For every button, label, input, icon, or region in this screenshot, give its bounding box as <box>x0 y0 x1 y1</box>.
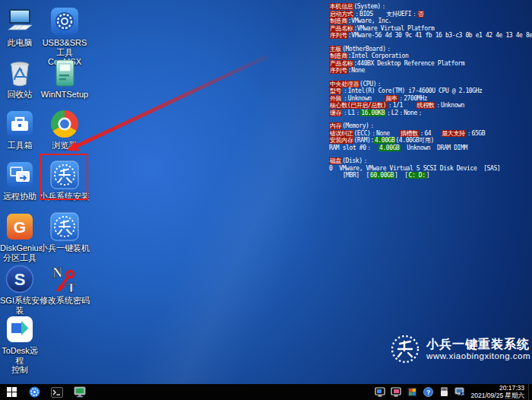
desktop-icon-diskgenius[interactable]: GDiskGenius 分区工具 <box>0 211 40 262</box>
info-segment-label: 错误纠正 <box>329 130 353 137</box>
info-segment-plain: :None <box>348 67 365 74</box>
tray-pc-icon <box>454 387 465 397</box>
desktop-icon-this-pc[interactable]: 此电脑 <box>0 6 40 48</box>
info-segment-label: 频率 <box>385 95 397 102</box>
winntsetup-icon <box>49 58 80 88</box>
info-segment-plain <box>403 102 416 109</box>
sgi-install-icon: S <box>5 264 35 294</box>
tray-monitor-pink-button[interactable] <box>390 384 403 400</box>
toolbox-icon <box>5 109 35 139</box>
desktop-icon-sgi-install[interactable]: SSGI系统安装 <box>0 264 40 315</box>
info-segment-plain: ：65GB <box>466 130 485 137</box>
system-info-line: [MBR] [60.00GB] [C: D:] <box>329 172 531 179</box>
taskbar-button-xiaobing-gear[interactable] <box>23 384 46 400</box>
start-button[interactable] <box>0 384 23 400</box>
system-info-line: 序列号:None <box>329 67 531 75</box>
tray-display-button[interactable] <box>406 384 419 400</box>
tray-monitor-blue-icon <box>375 387 385 397</box>
info-segment-label: 本机信息 <box>329 3 353 10</box>
info-segment-label: 外频 <box>329 95 342 102</box>
info-segment-plain: (MotherBoard)： <box>342 46 391 52</box>
info-segment-plain: ：Unknown <box>342 95 372 102</box>
info-segment-label: 中央处理器 <box>329 81 359 87</box>
desktop-icon-toolbox[interactable]: 工具箱 <box>0 109 40 151</box>
system-info-line: 0 VMware, VMware Virtual S SCSI Disk Dev… <box>329 165 531 173</box>
highlight-box <box>40 154 88 200</box>
usb-srs-tool-icon <box>49 6 80 37</box>
watermark-title: 小兵一键重装系统 <box>426 338 530 351</box>
taskbar-button-pe-network[interactable] <box>68 384 91 400</box>
info-segment-label: 主板 <box>329 46 342 52</box>
tray-pc-button[interactable] <box>454 384 467 400</box>
desktop-icon-label: WinNTSetup <box>40 90 90 100</box>
system-info-line: 序列号:VMware-56 4d 30 9c 41 fb 16 b3-c3 0b… <box>329 32 531 40</box>
diskgenius-icon: G <box>5 211 35 242</box>
svg-text:N: N <box>52 265 62 281</box>
info-segment-plain <box>373 11 387 17</box>
info-segment-red: 否 <box>417 11 425 17</box>
info-segment-plain: (CPU)： <box>359 81 382 87</box>
desktop-icon-label: DiskGenius 分区工具 <box>0 243 40 262</box>
info-segment-label: 产品名称 <box>329 25 353 32</box>
desktop-icon-winntsetup[interactable]: WinNTSetup <box>40 58 90 100</box>
tray-help-button[interactable]: ? <box>422 384 435 400</box>
tray-usb-button[interactable] <box>438 384 451 400</box>
desktop: 此电脑USB3&SRS 工具CeoMSX回收站WinNTSetup工具箱浏览器远… <box>0 0 532 400</box>
system-info-section: 本机信息(System)：启动方式：BIOS 支持UEFI：否制造商:VMwar… <box>329 3 531 40</box>
system-tray: ? <box>374 384 467 400</box>
info-segment-label: 安装内存 <box>329 137 353 144</box>
svg-text:G: G <box>14 218 26 236</box>
taskbar-clock[interactable]: 20:17:33 2021/09/25 星期六 <box>471 385 528 399</box>
info-segment-plain: ：Intel(R) Core(TM) i7-4600U CPU @ 2.10GH… <box>342 87 482 94</box>
xiaobing-logo-icon <box>388 332 422 366</box>
system-info-line: RAM slot #0： 4.00GB Unknown DRAM DIMM <box>329 144 531 152</box>
desktop-icon-todesk[interactable]: ToDesk远程 控制 <box>0 314 40 375</box>
tray-help-icon: ? <box>423 387 433 397</box>
desktop-icon-label: 此电脑 <box>0 38 40 48</box>
info-segment-label: 序列号 <box>329 32 348 39</box>
system-info-line: 内存(Memory)： <box>329 122 531 130</box>
info-segment-plain: (Disk)： <box>342 157 368 164</box>
taskbar-button-cmd[interactable] <box>46 384 68 400</box>
show-desktop-button[interactable] <box>528 384 532 400</box>
info-segment-green: 4.00GB <box>374 137 396 144</box>
info-segment-plain: :Intel Corporation <box>348 52 409 59</box>
tray-monitor-blue-button[interactable] <box>374 384 387 400</box>
info-segment-plain: ：2700MHz <box>398 95 428 102</box>
change-password-icon: NT <box>49 264 80 294</box>
system-info-section: 中央处理器(CPU)：型号：Intel(R) Core(TM) i7-4600U… <box>329 81 531 117</box>
desktop-icon-remote-assist[interactable]: 远程协助 <box>0 160 40 202</box>
desktop-icon-label: ToDesk远程 控制 <box>0 346 40 375</box>
info-segment-plain: (System)： <box>353 3 386 10</box>
info-segment-green: 60.00GB <box>369 172 394 179</box>
windows-logo-icon <box>7 387 17 397</box>
info-segment-plain <box>431 130 441 137</box>
info-segment-plain: ] [ <box>394 172 408 179</box>
info-segment-plain: (Memory)： <box>342 122 375 129</box>
info-segment-plain: ；L2：None； <box>385 110 423 116</box>
desktop-icon-label: 回收站 <box>0 90 40 100</box>
info-segment-label: 产品名称 <box>329 60 353 67</box>
tray-display-icon <box>407 387 417 397</box>
system-info-line: 磁盘(Disk)： <box>329 157 531 165</box>
info-segment-plain: :VMware-56 4d 30 9c 41 fb 16 b3-c3 0b e1… <box>348 32 532 39</box>
tray-monitor-pink-icon <box>391 387 401 397</box>
info-segment-label: 制造商 <box>329 17 348 24</box>
system-info-line: 制造商:Intel Corporation <box>329 52 531 60</box>
desktop-icon-label: 浏览器 <box>40 141 90 151</box>
desktop-icon-xiaobing-onekey[interactable]: 小兵一键装机 <box>40 211 90 253</box>
info-segment-plain: ：BIOS <box>353 11 372 17</box>
svg-text:T: T <box>67 281 76 294</box>
info-segment-label: 核心数(已开启/总数) <box>329 102 387 109</box>
watermark-url: www.xiaobingxitong.com <box>426 351 530 361</box>
system-info-line: 产品名称:440BX Desktop Reference Platform <box>329 60 531 68</box>
system-info-section: 内存(Memory)：错误纠正(ECC)：None 插槽数：64 最大支持：65… <box>329 122 531 151</box>
info-segment-label: 插槽数 <box>400 130 419 137</box>
desktop-icon-change-password[interactable]: NT修改系统密码 <box>40 264 90 306</box>
info-segment-plain: Unknown DRAM DIMM <box>401 144 467 151</box>
desktop-icon-browser[interactable]: 浏览器 <box>40 109 90 151</box>
desktop-icon-recycle-bin[interactable]: 回收站 <box>0 58 40 100</box>
info-segment-label: 内存 <box>329 122 342 129</box>
desktop-icon-label: 小兵一键装机 <box>40 243 90 253</box>
system-info-panel: 本机信息(System)：启动方式：BIOS 支持UEFI：否制造商:VMwar… <box>329 3 531 186</box>
